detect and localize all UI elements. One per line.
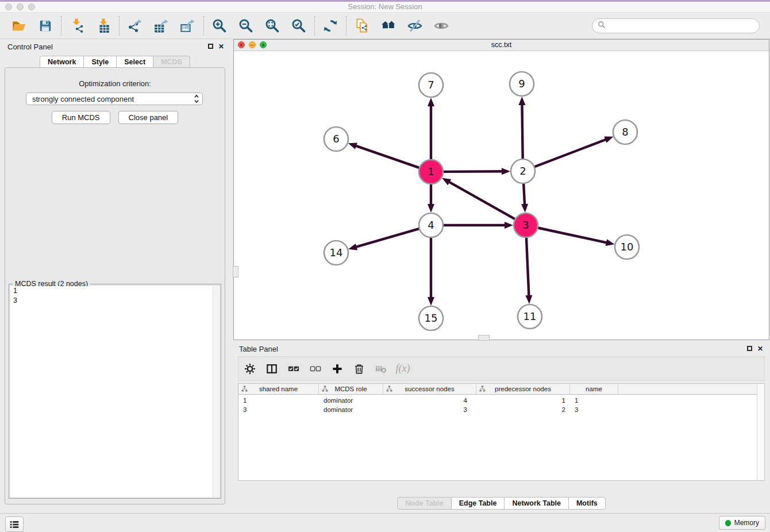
tab-mcds[interactable]: MCDS — [153, 56, 190, 68]
open-file-icon[interactable] — [10, 17, 28, 34]
function-builder-icon-label: f(x) — [396, 363, 410, 375]
graph-edge-3-10[interactable] — [537, 228, 607, 243]
export-network-icon[interactable] — [126, 17, 144, 34]
result-scrollbar[interactable] — [213, 286, 220, 497]
graph-edge-arrowhead — [428, 204, 434, 213]
column-hierarchy-icon — [386, 385, 392, 393]
network-canvas[interactable]: 7968124314101511 — [234, 51, 769, 340]
search-input[interactable] — [609, 21, 754, 30]
close-view-button[interactable]: × — [238, 41, 245, 48]
first-neighbors-icon[interactable] — [380, 17, 397, 34]
zoom-window-button[interactable] — [28, 3, 35, 10]
table-settings-icon[interactable] — [244, 362, 256, 376]
zoom-fit-icon[interactable] — [264, 17, 281, 34]
network-graph[interactable]: 7968124314101511 — [234, 51, 769, 340]
zoom-view-button[interactable]: + — [260, 41, 267, 48]
optimization-criterion-label: Optimization criterion: — [5, 79, 225, 88]
refresh-icon[interactable] — [322, 17, 339, 34]
memory-button[interactable]: Memory — [719, 516, 765, 530]
tab-edge-table[interactable]: Edge Table — [452, 497, 505, 510]
graph-edge-arrowhead — [348, 142, 357, 149]
export-image-icon[interactable] — [179, 17, 197, 34]
close-table-panel-icon[interactable]: ✕ — [757, 345, 763, 352]
panel-resize-grip-bottom[interactable] — [478, 335, 490, 341]
table-scrollbar[interactable] — [757, 384, 764, 480]
graph-node-label: 14 — [330, 246, 343, 259]
search-box[interactable] — [592, 18, 760, 33]
optimization-criterion-select[interactable]: strongly connected component — [26, 92, 203, 105]
graph-node-label: 7 — [428, 79, 434, 91]
float-panel-icon[interactable] — [208, 44, 213, 49]
hide-selected-icon[interactable] — [406, 17, 424, 34]
graph-edge-3-1[interactable] — [448, 182, 516, 219]
tab-style[interactable]: Style — [84, 56, 117, 68]
memory-status-icon — [725, 520, 731, 526]
network-window-title: scc.txt — [234, 40, 769, 51]
tab-network-table[interactable]: Network Table — [505, 497, 569, 510]
table-row[interactable]: 1dominator411 — [238, 396, 764, 405]
cell-shared-name: 3 — [238, 406, 319, 413]
column-header-predecessor-nodes[interactable]: predecessor nodes — [476, 384, 570, 394]
column-header-shared-name[interactable]: shared name — [238, 384, 319, 394]
graph-edge-arrowhead — [442, 178, 451, 186]
column-header-successor-nodes[interactable]: successor nodes — [383, 384, 476, 394]
close-mcds-panel-button[interactable]: Close panel — [118, 111, 179, 124]
graph-edge-arrowhead — [348, 244, 357, 250]
show-panels-button[interactable] — [5, 516, 24, 532]
show-all-icon — [433, 17, 450, 34]
graph-node-label: 3 — [522, 219, 529, 231]
select-all-rows-icon[interactable] — [287, 362, 300, 376]
close-panel-icon[interactable]: ✕ — [218, 43, 224, 50]
mcds-result-group: MCDS result (2 nodes) 13 — [9, 284, 221, 499]
tab-node-table[interactable]: Node Table — [397, 497, 451, 510]
graph-edge-1-6[interactable] — [355, 145, 421, 168]
graph-edge-3-11[interactable] — [526, 236, 529, 296]
column-header-filler — [618, 384, 764, 394]
toolbar-separator — [314, 16, 315, 36]
column-label: successor nodes — [405, 385, 454, 392]
table-row[interactable]: 3dominator323 — [238, 405, 764, 414]
graph-edge-2-8[interactable] — [533, 139, 607, 167]
run-mcds-button[interactable]: Run MCDS — [52, 111, 110, 124]
add-column-icon[interactable] — [331, 362, 344, 376]
graph-node-label: 4 — [428, 219, 434, 231]
save-session-icon[interactable] — [37, 17, 54, 34]
column-header-name[interactable]: name — [570, 384, 618, 394]
column-header-mcds-role[interactable]: MCDS role — [319, 384, 383, 394]
export-table-icon[interactable] — [153, 17, 170, 34]
graph-edge-arrowhead — [604, 137, 613, 143]
zoom-in-icon[interactable] — [211, 17, 228, 34]
graph-edge-arrowhead — [428, 98, 434, 106]
table-tabs: Node TableEdge TableNetwork TableMotifs — [233, 497, 769, 510]
close-window-button[interactable] — [5, 3, 12, 10]
column-hierarchy-icon — [241, 385, 248, 393]
float-table-panel-icon[interactable] — [747, 346, 752, 351]
graph-edge-1-2[interactable] — [442, 171, 503, 172]
tab-network[interactable]: Network — [40, 56, 84, 68]
import-table-icon[interactable] — [95, 17, 112, 34]
function-builder-icon: f(x) — [396, 362, 409, 376]
panel-resize-grip-left[interactable] — [233, 266, 238, 277]
graph-node-label: 6 — [333, 133, 339, 145]
tab-motifs[interactable]: Motifs — [569, 497, 606, 510]
mcds-result-list[interactable]: 13 — [10, 286, 220, 497]
graph-edge-2-9[interactable] — [522, 104, 522, 160]
minimize-window-button[interactable] — [17, 3, 24, 10]
zoom-selected-icon[interactable] — [290, 17, 307, 34]
tab-select[interactable]: Select — [117, 56, 153, 68]
delete-row-icon[interactable] — [353, 362, 365, 376]
graph-edge-arrowhead — [525, 295, 532, 304]
graph-edge-4-14[interactable] — [356, 228, 421, 247]
delete-column-icon — [375, 362, 387, 376]
import-network-icon[interactable] — [68, 17, 86, 34]
memory-label: Memory — [734, 519, 759, 527]
mcds-buttons-row: Run MCDS Close panel — [5, 111, 225, 124]
graph-edge-2-3[interactable] — [523, 182, 525, 205]
main-toolbar — [0, 13, 770, 39]
zoom-out-icon[interactable] — [237, 17, 255, 34]
split-view-icon[interactable] — [265, 362, 278, 376]
minimize-view-button[interactable]: − — [249, 41, 256, 48]
network-from-selection-icon[interactable] — [353, 17, 371, 34]
deselect-all-rows-icon[interactable] — [309, 362, 322, 376]
table-body: 1dominator4113dominator323 — [238, 395, 764, 414]
